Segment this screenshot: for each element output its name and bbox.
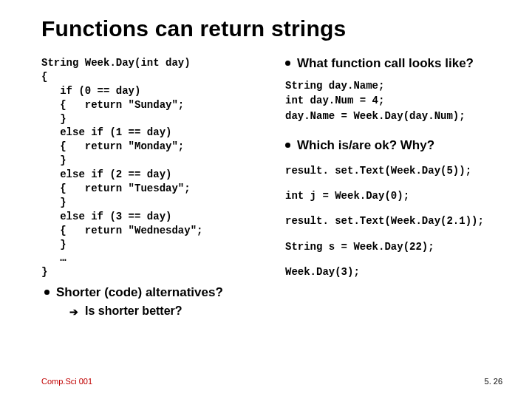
bullet-dot-icon: [285, 143, 290, 148]
bullet-dot-icon: [285, 61, 290, 66]
code-block-call: String day.Name; int day.Num = 4; day.Na…: [285, 78, 502, 123]
bullet-dot-icon: [44, 290, 50, 295]
code-example-5: Week.Day(3);: [285, 265, 502, 279]
slide: Functions can return strings String Week…: [0, 0, 532, 399]
left-bullet: Shorter (code) alternatives?: [44, 285, 270, 300]
left-column: String Week.Day(int day) { if (0 == day)…: [41, 56, 270, 318]
slide-title: Functions can return strings: [41, 16, 502, 41]
arrow-icon: ➔: [69, 306, 78, 318]
code-block-weekday: String Week.Day(int day) { if (0 == day)…: [41, 56, 270, 279]
bullet-q2: Which is/are ok? Why?: [285, 138, 502, 153]
left-sub-text: Is shorter better?: [85, 304, 183, 318]
footer-left: Comp.Sci 001: [41, 377, 92, 386]
code-example-2: int j = Week.Day(0);: [285, 188, 502, 203]
left-sub-bullet: ➔ Is shorter better?: [69, 304, 270, 318]
q1-text: What function call looks like?: [297, 56, 474, 71]
left-bullet-text: Shorter (code) alternatives?: [56, 285, 223, 300]
bullet-q1: What function call looks like?: [285, 56, 502, 71]
q2-text: Which is/are ok? Why?: [297, 138, 434, 153]
code-example-4: String s = Week.Day(22);: [285, 239, 502, 254]
code-example-3: result. set.Text(Week.Day(2.1));: [285, 214, 502, 228]
code-example-1: result. set.Text(Week.Day(5));: [285, 163, 502, 178]
content-columns: String Week.Day(int day) { if (0 == day)…: [41, 56, 502, 318]
footer-right: 5. 26: [485, 377, 502, 386]
right-column: What function call looks like? String da…: [285, 56, 502, 279]
